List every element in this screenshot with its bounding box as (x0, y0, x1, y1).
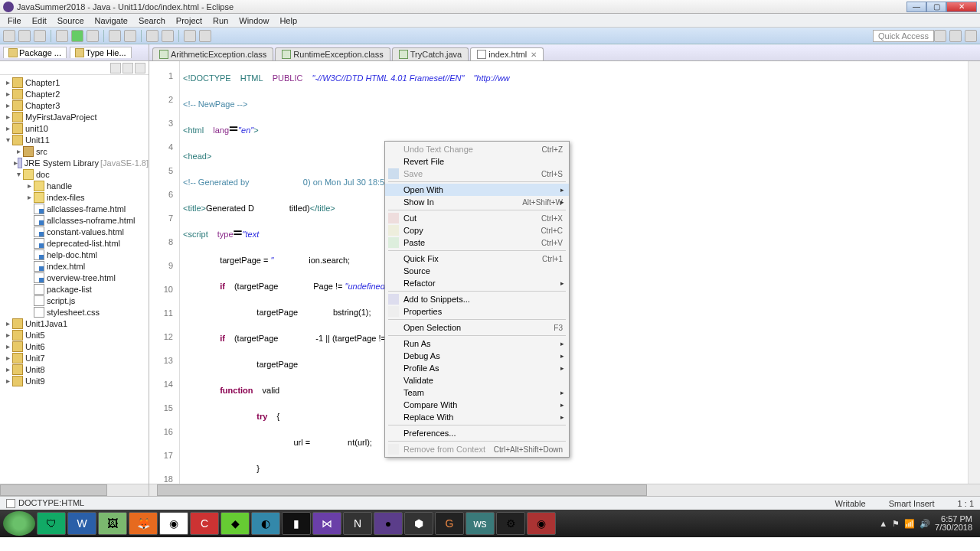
ctx-revert[interactable]: Revert File (385, 155, 569, 168)
taskbar-app[interactable]: 🖼 (98, 512, 127, 535)
new-icon[interactable] (3, 30, 15, 42)
taskbar-cmd[interactable]: ▮ (282, 512, 311, 535)
menu-help[interactable]: Help (275, 15, 302, 26)
tree-unit10[interactable]: ▸unit10 (0, 122, 149, 134)
taskbar-vs[interactable]: ⋈ (312, 512, 341, 535)
persp-other-icon[interactable] (965, 30, 977, 42)
ctx-replace[interactable]: Replace With▸ (385, 411, 569, 423)
ctx-props[interactable]: Properties (385, 305, 569, 318)
tree-doc[interactable]: ▾doc (0, 168, 149, 180)
tree-scriptjs[interactable]: script.js (0, 295, 149, 306)
forward-icon[interactable] (199, 30, 211, 42)
saveall-icon[interactable] (34, 30, 46, 42)
ctx-validate[interactable]: Validate (385, 374, 569, 386)
ctx-profileas[interactable]: Profile As▸ (385, 362, 569, 374)
tree-unit1java1[interactable]: ▸Unit1Java1 (0, 318, 149, 329)
tasks-icon[interactable] (162, 30, 174, 42)
tree-stylecss[interactable]: stylesheet.css (0, 306, 149, 318)
editor-vscroll[interactable] (968, 61, 980, 484)
search-icon[interactable] (146, 30, 158, 42)
ctx-paste[interactable]: PasteCtrl+V (385, 236, 569, 249)
tree-overviewtree[interactable]: overview-tree.html (0, 272, 149, 283)
tree-unit7[interactable]: ▸Unit7 (0, 352, 149, 364)
tree-unit9[interactable]: ▸Unit9 (0, 375, 149, 386)
minimize-button[interactable]: — (906, 2, 926, 12)
taskbar-app[interactable]: N (343, 512, 372, 535)
tree-src[interactable]: ▸src (0, 145, 149, 157)
newclass-icon[interactable] (124, 30, 136, 42)
tree-indexhtml[interactable]: index.html (0, 260, 149, 272)
ctx-cut[interactable]: CutCtrl+X (385, 212, 569, 224)
ctx-showin[interactable]: Show InAlt+Shift+W▸ (385, 196, 569, 208)
ctx-runas[interactable]: Run As▸ (385, 337, 569, 350)
taskbar-app[interactable]: ws (466, 512, 495, 535)
ctx-openwith[interactable]: Open With▸ (385, 184, 569, 196)
tree-indexfiles[interactable]: ▸index-files (0, 191, 149, 203)
menu-file[interactable]: File (3, 15, 26, 26)
collapse-icon[interactable] (110, 63, 121, 73)
tree-unit11[interactable]: ▾Unit11 (0, 134, 149, 145)
clock[interactable]: 6:57 PM7/30/2018 (935, 515, 972, 532)
back-icon[interactable] (184, 30, 196, 42)
project-tree[interactable]: ▸Chapter1 ▸Chapter2 ▸Chapter3 ▸MyFirstJa… (0, 75, 149, 484)
taskbar-app[interactable]: ⬢ (404, 512, 433, 535)
tree-myfirst[interactable]: ▸MyFirstJavaProject (0, 111, 149, 122)
menu-window[interactable]: Window (234, 15, 273, 26)
menu-search[interactable]: Search (134, 15, 170, 26)
taskbar-app[interactable]: 🛡 (37, 512, 66, 535)
taskbar-app[interactable]: G (435, 512, 464, 535)
tree-unit5[interactable]: ▸Unit5 (0, 329, 149, 341)
tree-unit6[interactable]: ▸Unit6 (0, 341, 149, 352)
tab-indexhtml[interactable]: index.html✕ (470, 47, 544, 60)
ctx-addsnip[interactable]: Add to Snippets... (385, 293, 569, 305)
tray-vol-icon[interactable]: 🔊 (920, 519, 930, 529)
tree-helpdoc[interactable]: help-doc.html (0, 249, 149, 260)
menu-run[interactable]: Run (208, 15, 233, 26)
code-text[interactable]: <!DOCTYPE HTML PUBLIC "-//W3C//DTD HTML … (180, 61, 968, 484)
menu-icon[interactable] (135, 63, 145, 73)
taskbar-app[interactable]: ◐ (251, 512, 280, 535)
tree-constant-values[interactable]: constant-values.html (0, 226, 149, 237)
taskbar-app[interactable]: ◆ (220, 512, 250, 535)
menu-source[interactable]: Source (53, 15, 89, 26)
run-icon[interactable] (71, 30, 83, 42)
ctx-source[interactable]: Source (385, 265, 569, 277)
tray-net-icon[interactable]: 📶 (904, 519, 915, 529)
quick-access-input[interactable]: Quick Access (873, 30, 934, 42)
ctx-quickfix[interactable]: Quick FixCtrl+1 (385, 253, 569, 265)
menu-navigate[interactable]: Navigate (90, 15, 132, 26)
taskbar-firefox[interactable]: 🦊 (129, 512, 158, 535)
tree-handle[interactable]: ▸handle (0, 180, 149, 191)
ctx-opensel[interactable]: Open SelectionF3 (385, 321, 569, 334)
menu-project[interactable]: Project (172, 15, 207, 26)
close-tab-icon[interactable]: ✕ (531, 51, 537, 59)
taskbar-word[interactable]: W (67, 512, 96, 535)
ctx-team[interactable]: Team▸ (385, 386, 569, 399)
tree-deprecated[interactable]: deprecated-list.html (0, 237, 149, 249)
tab-trycatch[interactable]: TryCatch.java (392, 47, 469, 60)
tree-chapter3[interactable]: ▸Chapter3 (0, 99, 149, 111)
ctx-undo[interactable]: Undo Text ChangeCtrl+Z (385, 143, 569, 155)
ctx-refactor[interactable]: Refactor▸ (385, 277, 569, 289)
sidebar-hscroll[interactable] (0, 484, 149, 496)
editor-hscroll[interactable] (149, 484, 980, 496)
newpkg-icon[interactable] (109, 30, 121, 42)
system-tray[interactable]: ▲ ⚑ 📶 🔊 6:57 PM7/30/2018 (879, 515, 977, 532)
ctx-remove[interactable]: Remove from ContextCtrl+Alt+Shift+Down (385, 443, 569, 455)
tab-type-hierarchy[interactable]: Type Hie... (70, 47, 132, 58)
ctx-prefs[interactable]: Preferences... (385, 427, 569, 439)
taskbar-app[interactable]: ⚙ (496, 512, 525, 535)
ctx-debugas[interactable]: Debug As▸ (385, 350, 569, 362)
runlast-icon[interactable] (87, 30, 99, 42)
ctx-copy[interactable]: CopyCtrl+C (385, 224, 569, 236)
close-button[interactable]: ✕ (946, 2, 977, 12)
tree-allclasses-noframe[interactable]: allclasses-noframe.html (0, 214, 149, 226)
maximize-button[interactable]: ▢ (926, 2, 946, 12)
tree-allclasses-frame[interactable]: allclasses-frame.html (0, 203, 149, 214)
ctx-save[interactable]: SaveCtrl+S (385, 168, 569, 180)
tab-package-explorer[interactable]: Package ... (3, 47, 67, 58)
tree-jre[interactable]: ▸JRE System Library [JavaSE-1.8] (0, 157, 149, 168)
save-icon[interactable] (18, 30, 31, 42)
ctx-compare[interactable]: Compare With▸ (385, 399, 569, 411)
taskbar-eclipse[interactable]: ● (374, 512, 403, 535)
